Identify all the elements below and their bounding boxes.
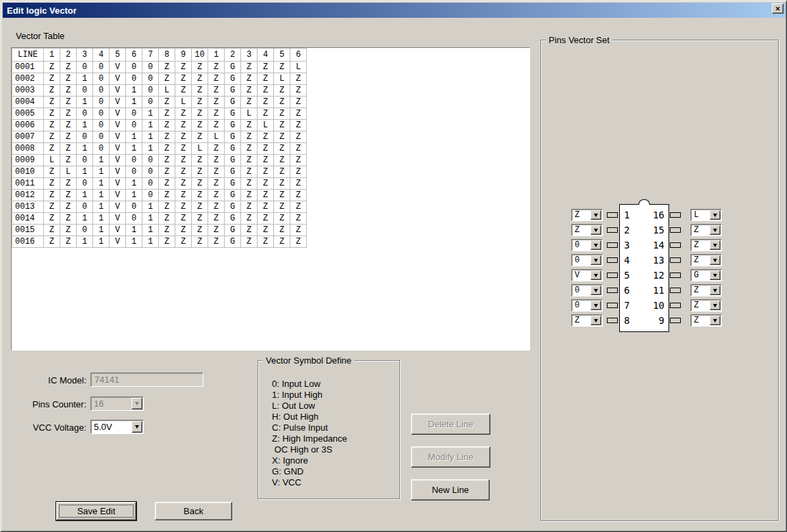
pin-5-value: V bbox=[575, 270, 579, 281]
new-line-button[interactable]: New Line bbox=[411, 479, 490, 501]
pin-7-value-select[interactable]: 0 bbox=[571, 299, 603, 312]
table-row[interactable]: 0005ZZ00V01ZZZZGLZZZ bbox=[12, 108, 307, 120]
pin-2-stub bbox=[607, 227, 618, 233]
chevron-down-icon[interactable] bbox=[590, 210, 601, 220]
table-row[interactable]: 0014ZZ11V01ZZZZGZZZZ bbox=[12, 213, 307, 225]
pin-2-value-select[interactable]: Z bbox=[571, 224, 603, 236]
chevron-down-icon[interactable] bbox=[710, 255, 721, 265]
table-row[interactable]: 0004ZZ10V10ZLZZGZZZZ bbox=[12, 97, 307, 108]
pin-13-value-select[interactable]: Z bbox=[690, 254, 722, 266]
titlebar[interactable]: Edit logic Vector bbox=[3, 3, 786, 18]
vector-cell: Z bbox=[175, 178, 192, 190]
close-button[interactable]: ✕ bbox=[772, 3, 784, 14]
pin-6-value-select[interactable]: 0 bbox=[571, 284, 603, 296]
vector-cell: Z bbox=[258, 190, 274, 201]
vector-cell: 0 bbox=[93, 120, 110, 131]
vector-cell: Z bbox=[290, 213, 307, 225]
pin-16-value-select[interactable]: L bbox=[690, 209, 722, 221]
pin-12-value-select[interactable]: G bbox=[690, 269, 722, 281]
chevron-down-icon[interactable] bbox=[590, 316, 601, 325]
pin-13-stub bbox=[670, 257, 681, 263]
pin-number-5: 5 bbox=[624, 269, 639, 281]
pin-3-value-select[interactable]: 0 bbox=[571, 239, 603, 251]
pin-number-15: 15 bbox=[649, 224, 664, 236]
vector-cell: 1 bbox=[142, 120, 159, 131]
pin-1-value-select[interactable]: Z bbox=[571, 209, 603, 221]
vector-cell: 1 bbox=[77, 213, 93, 225]
line-number-cell: 0007 bbox=[12, 131, 44, 143]
vector-cell: V bbox=[110, 73, 126, 85]
modify-line-button[interactable]: Modify Line bbox=[411, 446, 490, 468]
vector-cell: 1 bbox=[142, 213, 159, 225]
pin-11-value: Z bbox=[694, 285, 699, 296]
table-row[interactable]: 0009LZ01V00ZZZZGZZZZ bbox=[12, 155, 307, 166]
table-row[interactable]: 0013ZZ01V01ZZZZGZZZZ bbox=[12, 201, 307, 213]
close-icon: ✕ bbox=[775, 5, 781, 12]
table-row[interactable]: 0001ZZ00V00ZZZZGZZZL bbox=[12, 62, 307, 73]
symbol-define-line: X: Ignore bbox=[272, 455, 347, 466]
pin-8-value-select[interactable]: Z bbox=[571, 314, 603, 327]
pin-15-value-select[interactable]: Z bbox=[690, 224, 722, 236]
chevron-down-icon[interactable] bbox=[590, 240, 601, 250]
table-row[interactable]: 0007ZZ00V11ZZZLGZZZZ bbox=[12, 131, 307, 143]
ic-model-input[interactable]: 74141 bbox=[90, 372, 203, 387]
chevron-down-icon[interactable] bbox=[710, 270, 721, 280]
pin-1-value: Z bbox=[575, 210, 579, 220]
vector-cell: Z bbox=[258, 166, 274, 178]
table-row[interactable]: 0010ZL11V00ZZZZGZZZZ bbox=[12, 166, 307, 178]
vector-cell: Z bbox=[192, 213, 208, 225]
chevron-down-icon[interactable] bbox=[132, 398, 142, 409]
save-edit-button[interactable]: Save Edit bbox=[56, 502, 136, 520]
vector-cell: Z bbox=[159, 108, 175, 120]
table-row[interactable]: 0003ZZ00V10LZZZGZZZZ bbox=[12, 85, 307, 97]
table-row[interactable]: 0002ZZ10V00ZZZZGZZLZ bbox=[12, 73, 307, 85]
pin-11-value-select[interactable]: Z bbox=[690, 284, 722, 296]
chevron-down-icon[interactable] bbox=[710, 316, 721, 325]
chevron-down-icon[interactable] bbox=[590, 301, 601, 310]
vector-cell: Z bbox=[159, 143, 175, 155]
chevron-down-icon[interactable] bbox=[710, 286, 721, 295]
vector-cell: Z bbox=[44, 166, 60, 178]
chevron-down-icon[interactable] bbox=[132, 421, 142, 433]
pins-counter-value: 16 bbox=[94, 397, 103, 410]
delete-line-button[interactable]: Delete Line bbox=[411, 414, 490, 435]
chevron-down-icon[interactable] bbox=[590, 270, 601, 280]
vector-cell: Z bbox=[159, 155, 175, 166]
pin-number-9: 9 bbox=[649, 314, 664, 327]
vector-cell: Z bbox=[241, 225, 258, 236]
chevron-down-icon[interactable] bbox=[710, 210, 721, 220]
vector-cell: Z bbox=[192, 155, 208, 166]
table-row[interactable]: 0008ZZ10V11ZZLZGZZZZ bbox=[12, 143, 307, 155]
table-row[interactable]: 0011ZZ01V10ZZZZGZZZZ bbox=[12, 178, 307, 190]
pin-10-value-select[interactable]: Z bbox=[690, 299, 722, 312]
line-number-cell: 0008 bbox=[12, 143, 44, 155]
pin-6-value: 0 bbox=[575, 285, 579, 296]
chevron-down-icon[interactable] bbox=[590, 286, 601, 295]
line-number-cell: 0009 bbox=[12, 155, 44, 166]
vector-table-grid: LINE12345678910123456 0001ZZ00V00ZZZZGZZ… bbox=[12, 48, 307, 248]
chevron-down-icon[interactable] bbox=[710, 240, 721, 250]
vector-cell: 1 bbox=[77, 236, 93, 248]
vector-cell: Z bbox=[44, 201, 60, 213]
pins-counter-select[interactable]: 16 bbox=[90, 396, 144, 411]
vector-cell: Z bbox=[60, 108, 77, 120]
chevron-down-icon[interactable] bbox=[590, 255, 601, 265]
line-number-cell: 0006 bbox=[12, 120, 44, 131]
chevron-down-icon[interactable] bbox=[710, 301, 721, 310]
pin-9-value-select[interactable]: Z bbox=[690, 314, 722, 327]
vector-cell: 1 bbox=[126, 225, 142, 236]
column-header: 2 bbox=[225, 49, 241, 62]
table-row[interactable]: 0006ZZ10V01ZZZZGZLZZ bbox=[12, 120, 307, 131]
chevron-down-icon[interactable] bbox=[710, 225, 721, 235]
pin-14-value-select[interactable]: Z bbox=[690, 239, 722, 251]
chevron-down-icon[interactable] bbox=[590, 225, 601, 235]
table-row[interactable]: 0015ZZ01V11ZZZZGZZZZ bbox=[12, 225, 307, 236]
symbol-define-line: L: Out Low bbox=[272, 401, 347, 411]
vector-cell: Z bbox=[60, 236, 77, 248]
back-button[interactable]: Back bbox=[155, 502, 232, 520]
pin-4-value-select[interactable]: 0 bbox=[571, 254, 603, 266]
pin-5-value-select[interactable]: V bbox=[571, 269, 603, 281]
table-row[interactable]: 0016ZZ11V11ZZZZGZZZZ bbox=[12, 236, 307, 248]
vcc-voltage-select[interactable]: 5.0V bbox=[90, 420, 144, 434]
table-row[interactable]: 0012ZZ11V10ZZZZGZZZZ bbox=[12, 190, 307, 201]
